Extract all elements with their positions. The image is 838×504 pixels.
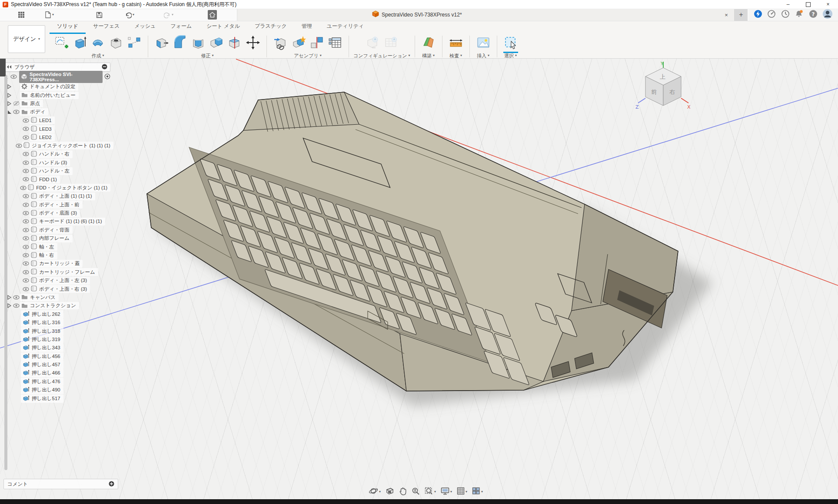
browser-item-10[interactable]: ハンドル・左 (3, 167, 110, 175)
visibility-eye[interactable] (22, 219, 30, 224)
hole-tool[interactable] (107, 35, 125, 52)
browser-item-0[interactable]: ドキュメントの設定 (3, 83, 110, 91)
ribbon-group-label[interactable]: 修正▾ (201, 53, 213, 59)
browser-item-18[interactable]: 内部フレーム (3, 234, 110, 242)
fit-button[interactable]: ▾ (424, 486, 437, 498)
move-copy-tool[interactable] (244, 35, 262, 52)
model-scene[interactable] (0, 0, 838, 504)
browser-item-34[interactable]: 押し出し466 (3, 369, 110, 377)
split-body-tool[interactable] (226, 35, 244, 52)
extrude-tool[interactable] (70, 35, 89, 52)
combine-tool[interactable] (207, 35, 226, 52)
ribbon-group-label[interactable]: 選択▾ (504, 53, 517, 59)
visibility-eye[interactable] (22, 152, 30, 156)
ribbon-tab-1[interactable]: ソリッド (50, 21, 86, 34)
visibility-eye[interactable] (16, 143, 22, 148)
zoom-button[interactable] (411, 486, 421, 498)
ribbon-group-label[interactable]: アセンブリ▾ (294, 53, 321, 59)
browser-item-19[interactable]: 軸・左 (3, 242, 110, 251)
visibility-eye[interactable] (22, 278, 30, 283)
visibility-eye[interactable] (22, 118, 30, 123)
browser-item-8[interactable]: ハンドル・右 (3, 150, 110, 158)
browser-item-7[interactable]: ジョイスティックポート (1) (1) (1) (3, 142, 110, 150)
ribbon-tab-6[interactable]: プラスチック (247, 21, 294, 34)
redo-button[interactable]: ▾ (163, 10, 175, 20)
visibility-eye[interactable] (22, 135, 30, 140)
ribbon-tab-3[interactable]: メッシュ (127, 21, 163, 34)
browser-item-5[interactable]: LED3 (3, 125, 110, 133)
browser-item-6[interactable]: LED2 (3, 133, 110, 141)
browser-item-11[interactable]: FDD (1) (3, 175, 110, 183)
browser-item-28[interactable]: 押し出し316 (3, 318, 110, 327)
measure-tool[interactable] (447, 35, 465, 52)
ribbon-tab-8[interactable]: ユーティリティ (319, 21, 372, 34)
visibility-eye[interactable] (22, 270, 30, 275)
visibility-eye[interactable] (12, 295, 20, 300)
browser-item-13[interactable]: ボディ・上面 (1) (1) (1) (3, 192, 110, 200)
notifications-button[interactable] (795, 10, 804, 20)
browser-item-31[interactable]: 押し出し343 (3, 344, 110, 352)
browser-item-25[interactable]: キャンバス (3, 293, 110, 302)
bom-table-tool[interactable] (326, 35, 344, 52)
browser-item-32[interactable]: 押し出し456 (3, 352, 110, 361)
browser-scrollbar[interactable] (4, 75, 7, 470)
workspace-selector[interactable]: デザイン ▾ (8, 25, 45, 53)
document-tab[interactable]: SpectraVideo SVI-738XPress v12* × (237, 9, 735, 21)
activate-radio[interactable] (104, 73, 110, 80)
configuration-tool[interactable] (363, 35, 382, 52)
visibility-eye[interactable] (22, 194, 30, 199)
browser-item-20[interactable]: 軸・右 (3, 251, 110, 259)
visibility-eye[interactable] (22, 202, 30, 207)
revolve-tool[interactable] (89, 35, 107, 52)
plus-circle-icon[interactable] (109, 481, 114, 487)
display-settings-button[interactable]: ▾ (440, 486, 453, 497)
browser-item-23[interactable]: ボディ・上面・左 (3) (3, 276, 110, 285)
browser-item-35[interactable]: 押し出し476 (3, 378, 110, 386)
viewports-button[interactable]: ▾ (471, 486, 484, 497)
visibility-eye[interactable] (22, 126, 30, 131)
close-tab-button[interactable]: × (722, 10, 731, 19)
pan-button[interactable] (398, 486, 408, 498)
visibility-eye[interactable] (22, 160, 30, 165)
minimize-button[interactable]: – (778, 0, 798, 9)
browser-item-27[interactable]: 押し出し262 (3, 310, 110, 318)
performance-button[interactable] (767, 10, 776, 20)
ribbon-tab-4[interactable]: フォーム (163, 21, 199, 34)
browser-item-24[interactable]: ボディ・上面・右 (3) (3, 285, 110, 293)
joint-tool[interactable] (308, 35, 326, 52)
ribbon-tab-2[interactable]: サーフェス (86, 21, 127, 34)
visibility-eye[interactable] (22, 177, 30, 182)
ribbon-group-label[interactable]: 構築▾ (422, 53, 435, 59)
browser-header[interactable]: ブラウザ (3, 63, 110, 72)
app-menu-button[interactable] (17, 10, 26, 20)
browser-item-17[interactable]: ボディ・背面 (3, 226, 110, 234)
orbit-button[interactable]: ▾ (368, 486, 382, 498)
visibility-eye[interactable] (22, 287, 30, 292)
press-pull-tool[interactable] (153, 35, 171, 52)
create-sketch-tool[interactable] (52, 35, 70, 52)
profile-button[interactable] (822, 9, 833, 21)
visibility-eye[interactable] (12, 109, 20, 114)
visibility-eye[interactable] (22, 236, 30, 241)
grid-layout-button[interactable]: ▾ (456, 486, 468, 497)
visibility-eye[interactable] (22, 253, 30, 258)
browser-item-29[interactable]: 押し出し318 (3, 327, 110, 335)
browser-item-22[interactable]: カートリッジ・フレーム (3, 268, 110, 276)
visibility-eye[interactable] (22, 261, 30, 266)
history-button[interactable] (781, 10, 790, 20)
browser-item-30[interactable]: 押し出し319 (3, 335, 110, 344)
browser-item-15[interactable]: ボディ・底面 (3) (3, 209, 110, 217)
ribbon-tab-7[interactable]: 管理 (294, 21, 319, 34)
insert-media-tool[interactable] (474, 35, 492, 52)
ribbon-group-label[interactable]: 検査▾ (449, 53, 462, 59)
browser-item-12[interactable]: FDD・イジェクトボタン (1) (1) (3, 184, 110, 192)
file-button[interactable]: ▾ (43, 10, 55, 20)
ribbon-tab-5[interactable]: シート メタル (199, 21, 247, 34)
pattern-tool[interactable] (125, 35, 143, 52)
ribbon-group-label[interactable]: コンフィギュレーション▾ (353, 53, 410, 59)
visibility-eye[interactable] (22, 245, 30, 249)
viewcube[interactable]: Y 上 前 右 Z X (635, 60, 691, 113)
new-component-tool[interactable] (289, 35, 308, 52)
browser-item-2[interactable]: 原点 (3, 99, 110, 108)
visibility-eye[interactable] (10, 74, 19, 80)
